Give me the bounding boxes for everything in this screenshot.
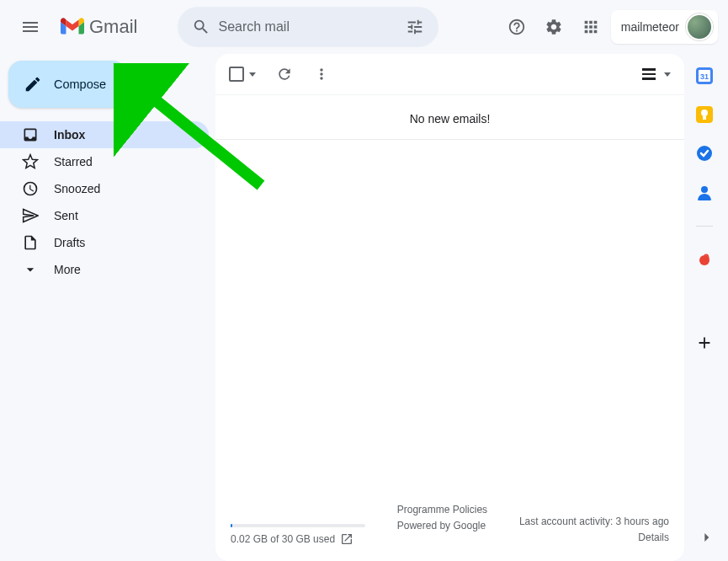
gmail-logo[interactable]: Gmail	[57, 16, 137, 38]
refresh-button[interactable]	[276, 66, 293, 83]
avatar	[686, 13, 713, 40]
mail-toolbar	[215, 54, 684, 94]
sidebar-item-label: Sent	[54, 209, 78, 222]
toggle-split-pane[interactable]	[642, 68, 671, 80]
storage-text: 0.02 GB of 30 GB used	[231, 533, 335, 545]
gmail-logo-icon	[61, 18, 84, 36]
get-addons-button[interactable]	[694, 333, 715, 353]
calendar-app-icon[interactable]: 31	[696, 67, 713, 84]
gmail-logo-text: Gmail	[89, 16, 137, 38]
sidebar-item-label: Drafts	[54, 236, 85, 249]
sidebar-item-label: Snoozed	[54, 182, 100, 195]
sidebar-item-sent[interactable]: Sent	[0, 202, 209, 229]
last-activity-text: Last account activity: 3 hours ago	[519, 514, 669, 530]
tune-icon	[406, 18, 424, 36]
sidebar-item-inbox[interactable]: Inbox	[0, 121, 209, 148]
search-icon[interactable]	[184, 10, 218, 44]
content-footer: 0.02 GB of 30 GB used Programme Policies…	[215, 492, 684, 561]
list-density-icon	[642, 68, 656, 80]
star-icon	[22, 153, 39, 170]
plus-icon	[695, 334, 714, 352]
compose-button[interactable]: Compose	[8, 61, 126, 108]
help-icon	[507, 18, 526, 36]
main-menu-button[interactable]	[10, 7, 50, 47]
programme-policies-link[interactable]: Programme Policies	[397, 502, 487, 518]
hamburger-icon	[20, 17, 40, 37]
contacts-app-icon[interactable]	[696, 184, 713, 200]
support-button[interactable]	[500, 10, 534, 44]
more-actions-button[interactable]	[313, 66, 330, 83]
sidebar-item-label: More	[54, 263, 81, 276]
settings-button[interactable]	[537, 10, 571, 44]
more-vert-icon	[313, 66, 330, 83]
compose-label: Compose	[54, 77, 106, 91]
sidebar: Compose Inbox Starred Snoozed Sent Draft…	[0, 54, 209, 561]
apps-button[interactable]	[574, 10, 608, 44]
file-icon	[22, 234, 39, 251]
empty-inbox-message: No new emails!	[215, 94, 684, 140]
header-bar: Gmail mailmeteor	[0, 0, 728, 54]
caret-down-icon	[664, 72, 671, 77]
account-label: mailmeteor	[621, 20, 679, 34]
sidebar-item-label: Inbox	[54, 128, 85, 142]
details-link[interactable]: Details	[519, 530, 669, 546]
chevron-right-icon	[698, 529, 715, 546]
sidebar-item-starred[interactable]: Starred	[0, 148, 209, 175]
svg-rect-5	[703, 116, 706, 120]
sidebar-item-drafts[interactable]: Drafts	[0, 229, 209, 256]
tasks-app-icon[interactable]	[696, 145, 713, 162]
search-bar[interactable]	[178, 7, 438, 47]
open-in-new-icon[interactable]	[340, 532, 353, 546]
svg-text:31: 31	[700, 72, 709, 81]
sidebar-item-more[interactable]: More	[0, 256, 209, 283]
search-input[interactable]	[218, 19, 398, 35]
gear-icon	[545, 18, 563, 36]
pencil-icon	[24, 75, 42, 94]
caret-down-icon	[249, 72, 256, 77]
search-options-button[interactable]	[398, 10, 432, 44]
sidebar-item-snoozed[interactable]: Snoozed	[0, 175, 209, 202]
svg-point-4	[701, 110, 708, 116]
hide-side-panel-button[interactable]	[698, 529, 715, 549]
refresh-icon	[276, 66, 293, 83]
sidebar-item-label: Starred	[54, 155, 93, 168]
side-panel: 31	[684, 54, 725, 561]
keep-app-icon[interactable]	[696, 106, 713, 123]
checkbox-icon	[229, 67, 244, 82]
select-all-checkbox[interactable]	[229, 67, 256, 82]
rail-divider	[696, 226, 713, 227]
addon-app-icon[interactable]	[696, 252, 713, 269]
powered-by-text: Powered by Google	[397, 518, 487, 534]
chevron-down-icon	[22, 261, 39, 278]
account-chip[interactable]: mailmeteor	[611, 10, 718, 44]
apps-grid-icon	[582, 18, 600, 36]
content-card: No new emails! 0.02 GB of 30 GB used Pro…	[215, 54, 684, 561]
inbox-icon	[22, 126, 39, 143]
storage-bar	[231, 524, 365, 527]
clock-icon	[22, 180, 39, 197]
svg-point-7	[701, 186, 708, 193]
header-actions: mailmeteor	[500, 10, 718, 44]
send-icon	[22, 207, 39, 224]
